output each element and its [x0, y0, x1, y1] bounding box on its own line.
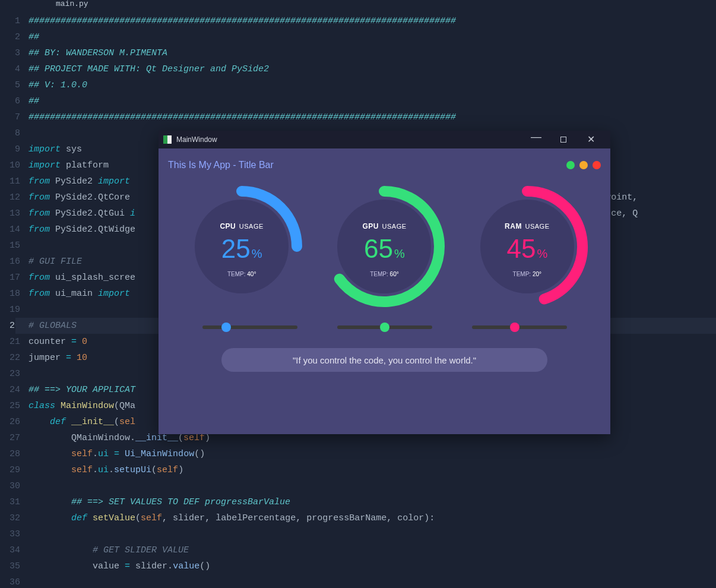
code-line[interactable]	[28, 478, 716, 494]
code-line[interactable]	[28, 526, 716, 542]
code-line[interactable]: ##	[28, 29, 716, 45]
line-number-gutter: 1234567891011121314151617181920212223242…	[0, 10, 28, 588]
gauge-value: 25%	[221, 234, 262, 264]
slider-cpu[interactable]	[202, 323, 297, 331]
gauge-label: RAM USAGE	[505, 222, 549, 230]
gauge-label: GPU USAGE	[362, 222, 406, 230]
quote-text: "If you control the code, you control th…	[293, 355, 476, 365]
app-icon	[163, 135, 172, 144]
gauge-label: CPU USAGE	[220, 222, 263, 230]
code-line[interactable]: ##	[28, 93, 716, 109]
gauge-temp: TEMP: 20°	[513, 271, 541, 277]
maximize-button[interactable]	[550, 131, 577, 148]
code-line[interactable]: # GET SLIDER VALUE	[28, 542, 716, 558]
gauge-temp: TEMP: 40°	[227, 271, 256, 277]
code-line[interactable]: ## BY: WANDERSON M.PIMENTA	[28, 45, 716, 61]
traffic-dot-green[interactable]	[566, 161, 575, 169]
code-line[interactable]: def setValue(self, slider, labelPercenta…	[28, 510, 716, 526]
gauge-ram: RAM USAGE 45% TEMP: 20°	[465, 184, 590, 309]
editor-tab-bar: main.py	[0, 0, 716, 10]
code-line[interactable]: ########################################…	[28, 13, 716, 29]
code-line[interactable]: ########################################…	[28, 109, 716, 125]
app-title: This Is My App - Title Bar	[168, 160, 274, 170]
gauge-temp: TEMP: 60°	[370, 271, 398, 277]
quote-bar: "If you control the code, you control th…	[221, 348, 547, 372]
minimize-button[interactable]: —	[522, 128, 550, 146]
code-line[interactable]	[28, 574, 716, 588]
window-title: MainWindow	[176, 135, 217, 144]
code-line[interactable]: ## ==> SET VALUES TO DEF progressBarValu…	[28, 494, 716, 510]
code-line[interactable]: value = slider.value()	[28, 558, 716, 574]
slider-ram[interactable]	[472, 323, 567, 331]
app-window: MainWindow — ✕ This Is My App - Title Ba…	[159, 131, 610, 434]
traffic-dot-yellow[interactable]	[579, 161, 588, 169]
code-line[interactable]: ## PROJECT MADE WITH: Qt Designer and Py…	[28, 61, 716, 77]
code-line[interactable]: self.ui.setupUi(self)	[28, 462, 716, 478]
code-line[interactable]: self.ui = Ui_MainWindow()	[28, 446, 716, 462]
gauge-value: 45%	[506, 234, 547, 264]
file-tab[interactable]: main.py	[42, 0, 103, 10]
gauge-gpu: GPU USAGE 65% TEMP: 60°	[322, 184, 446, 309]
slider-gpu[interactable]	[337, 323, 432, 331]
code-line[interactable]: ## V: 1.0.0	[28, 77, 716, 93]
close-button[interactable]: ✕	[577, 131, 604, 148]
gauge-value: 65%	[364, 234, 405, 264]
window-titlebar[interactable]: MainWindow — ✕	[159, 131, 610, 148]
traffic-dot-red[interactable]	[593, 161, 601, 169]
gauge-cpu: CPU USAGE 25% TEMP: 40°	[179, 184, 304, 309]
app-body: This Is My App - Title Bar CPU USAGE 25%…	[159, 148, 610, 434]
